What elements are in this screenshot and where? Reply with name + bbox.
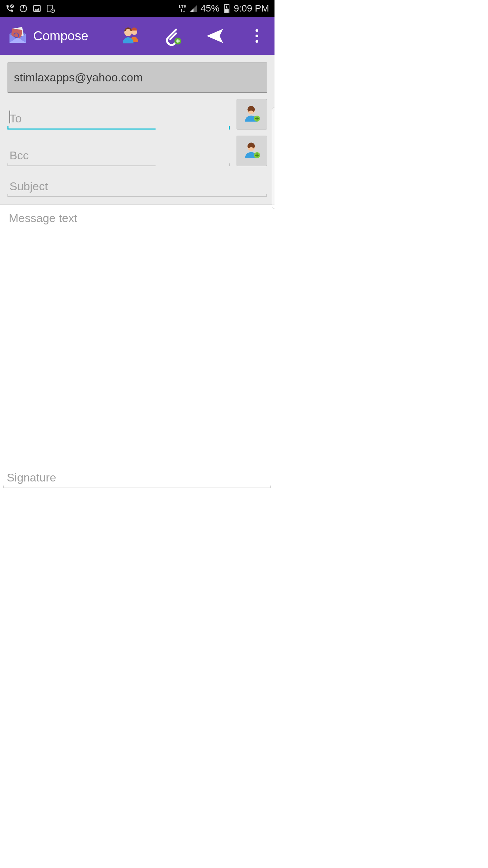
image-icon: [33, 4, 41, 13]
overflow-menu-button[interactable]: [246, 25, 268, 47]
contacts-button[interactable]: [120, 25, 142, 47]
clock-time: 9:09 PM: [234, 3, 269, 14]
send-button[interactable]: [204, 25, 226, 47]
message-textarea[interactable]: [9, 212, 266, 238]
tablet-clock-icon: [46, 4, 55, 13]
message-body-area: [0, 204, 274, 462]
add-bcc-contact-button[interactable]: [237, 136, 267, 166]
power-icon: [19, 4, 28, 13]
bcc-input[interactable]: [7, 141, 156, 166]
from-email-field[interactable]: stimlaxapps@yahoo.com: [7, 62, 267, 93]
svg-point-16: [256, 40, 258, 43]
svg-point-15: [256, 35, 258, 37]
signature-input[interactable]: [3, 463, 271, 488]
battery-percent: 45%: [201, 3, 220, 14]
app-envelope-icon: [7, 25, 28, 47]
signal-icon: [189, 4, 198, 13]
scroll-tab-indicator: [272, 107, 274, 209]
svg-rect-6: [226, 4, 227, 4]
signature-area: [0, 462, 274, 488]
status-bar: LTE 45% 9:09 PM: [0, 0, 274, 17]
battery-charging-icon: [222, 4, 231, 13]
svg-point-14: [256, 29, 258, 32]
subject-input[interactable]: [7, 172, 267, 197]
app-bar: Compose: [0, 17, 274, 55]
call-forward-icon: [5, 4, 14, 13]
add-to-contact-button[interactable]: [237, 99, 267, 130]
attach-button[interactable]: [162, 25, 184, 47]
status-left-icons: [5, 4, 55, 13]
app-title: Compose: [33, 29, 88, 43]
compose-fields-area: stimlaxapps@yahoo.com: [0, 55, 274, 204]
status-right: LTE 45% 9:09 PM: [179, 3, 269, 14]
to-input[interactable]: [7, 104, 156, 130]
network-type: LTE: [179, 5, 186, 12]
